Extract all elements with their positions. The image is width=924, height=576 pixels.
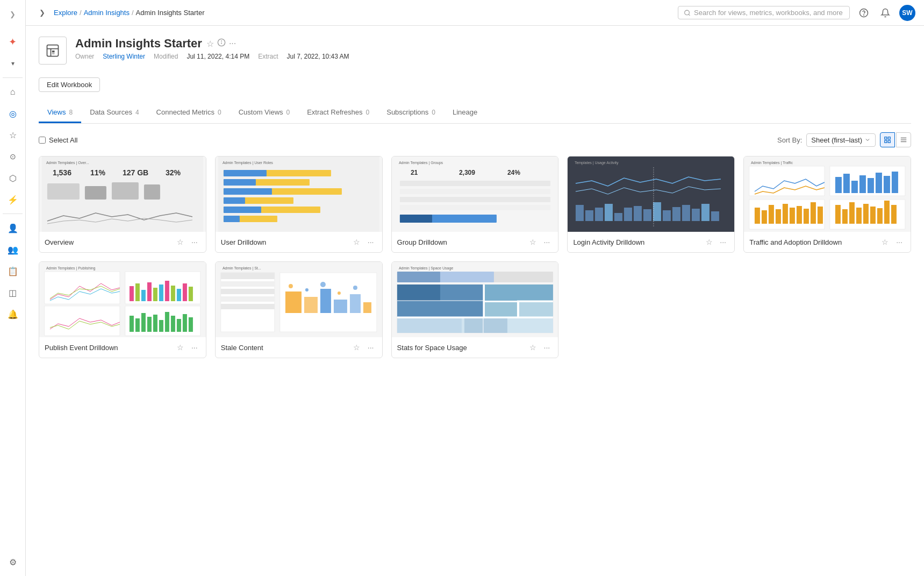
view-card-traffic-adoption[interactable]: Admin Templates | Traffic — [743, 156, 911, 253]
info-icon[interactable] — [217, 38, 226, 49]
view-more-icon-publish-event[interactable]: ··· — [189, 342, 200, 353]
site-selector-icon[interactable]: ▾ — [3, 54, 23, 73]
view-more-icon-traffic-adoption[interactable]: ··· — [893, 236, 905, 248]
home-icon[interactable]: ⌂ — [3, 82, 23, 102]
svg-rect-46 — [399, 189, 550, 194]
help-icon[interactable] — [856, 5, 871, 20]
svg-rect-128 — [183, 314, 187, 332]
svg-point-0 — [685, 10, 690, 15]
svg-rect-76 — [859, 175, 866, 193]
svg-rect-90 — [811, 202, 816, 224]
tab-lineage[interactable]: Lineage — [444, 103, 486, 123]
view-more-icon-overview[interactable]: ··· — [189, 236, 200, 248]
svg-rect-66 — [701, 204, 710, 221]
view-card-group-drilldown[interactable]: Admin Templates | Groups 21 2,309 24% — [391, 156, 559, 253]
tab-extract-refreshes[interactable]: Extract Refreshes 0 — [298, 103, 378, 123]
svg-rect-95 — [849, 202, 855, 224]
svg-point-145 — [289, 284, 293, 288]
sort-dropdown[interactable]: Sheet (first–last) — [806, 133, 876, 147]
view-favorite-icon-publish-event[interactable]: ☆ — [175, 342, 187, 353]
view-card-footer-overview: Overview ☆ ··· — [39, 232, 206, 252]
search-box[interactable] — [678, 6, 850, 19]
svg-text:Admin Templates | Groups: Admin Templates | Groups — [398, 161, 443, 165]
svg-point-147 — [320, 282, 326, 287]
explore-icon[interactable]: ◎ — [3, 104, 23, 123]
view-favorite-icon-login-activity[interactable]: ☆ — [703, 236, 715, 248]
select-all-checkbox[interactable] — [39, 137, 46, 144]
collections-icon[interactable]: ⬡ — [3, 168, 23, 188]
expand-nav-icon[interactable]: ❯ — [34, 5, 49, 20]
breadcrumb-explore[interactable]: Explore — [54, 9, 77, 17]
view-card-stale-content[interactable]: Admin Templates | St... — [215, 261, 383, 358]
jobs-icon[interactable]: 📋 — [3, 261, 23, 281]
collapse-sidebar-icon[interactable]: ❯ — [3, 4, 23, 24]
svg-rect-10 — [888, 137, 890, 139]
view-more-icon-space-usage[interactable]: ··· — [541, 342, 553, 353]
svg-rect-141 — [320, 289, 331, 313]
view-more-icon-user-drilldown[interactable]: ··· — [365, 236, 377, 248]
view-favorite-icon-space-usage[interactable]: ☆ — [527, 342, 539, 353]
groups-icon[interactable]: 👥 — [3, 240, 23, 259]
notifications-bell-icon[interactable] — [878, 5, 893, 20]
view-card-login-activity[interactable]: Templates | Usage Activity — [567, 156, 735, 253]
view-favorite-icon-user-drilldown[interactable]: ☆ — [351, 236, 363, 248]
view-card-overview[interactable]: Admin Templates | Over... 1,536 11% 127 … — [39, 156, 206, 253]
tab-custom-views[interactable]: Custom Views 0 — [230, 103, 299, 123]
svg-text:2,309: 2,309 — [459, 169, 475, 176]
view-thumbnail-publish-event: Admin Templates | Publishing — [39, 262, 206, 337]
breadcrumb-admin-insights[interactable]: Admin Insights — [84, 9, 130, 17]
favorite-star-icon[interactable]: ☆ — [206, 39, 214, 49]
app-logo: ✦ — [3, 32, 23, 52]
edit-workbook-button[interactable]: Edit Workbook — [39, 77, 100, 92]
svg-rect-91 — [818, 207, 823, 224]
svg-rect-36 — [224, 188, 272, 195]
view-card-publish-event[interactable]: Admin Templates | Publishing — [39, 261, 206, 358]
settings-icon[interactable]: ⚙ — [3, 552, 23, 572]
svg-rect-93 — [835, 205, 841, 224]
view-favorite-icon-group-drilldown[interactable]: ☆ — [527, 236, 539, 248]
tab-views[interactable]: Views 8 — [39, 103, 81, 123]
view-thumbnail-login-activity: Templates | Usage Activity — [568, 157, 734, 232]
svg-rect-137 — [221, 304, 275, 309]
svg-rect-22 — [47, 183, 80, 200]
more-options-icon[interactable]: ··· — [229, 39, 236, 48]
owner-value[interactable]: Sterling Winter — [103, 53, 145, 60]
svg-rect-144 — [363, 302, 371, 313]
view-card-space-usage[interactable]: Admin Templates | Space Usage — [391, 261, 559, 358]
svg-rect-110 — [153, 288, 157, 301]
tab-connected-metrics[interactable]: Connected Metrics 0 — [148, 103, 230, 123]
view-card-actions-group-drilldown: ☆ ··· — [527, 236, 553, 248]
tab-views-count: 8 — [69, 109, 73, 116]
pulse-icon[interactable]: ⚡ — [3, 190, 23, 209]
view-more-icon-group-drilldown[interactable]: ··· — [541, 236, 553, 248]
view-thumbnail-group-drilldown: Admin Templates | Groups 21 2,309 24% — [392, 157, 558, 232]
workbook-meta: Owner Sterling Winter Modified Jul 11, 2… — [75, 53, 911, 60]
users-icon[interactable]: 👤 — [3, 218, 23, 238]
search-icon — [684, 9, 691, 17]
avatar[interactable]: SW — [899, 5, 915, 21]
view-favorite-icon-overview[interactable]: ☆ — [175, 236, 187, 248]
sites-icon[interactable]: ◫ — [3, 283, 23, 302]
tab-data-sources[interactable]: Data Sources 4 — [81, 103, 147, 123]
svg-rect-112 — [165, 281, 169, 301]
view-favorite-icon-traffic-adoption[interactable]: ☆ — [879, 236, 891, 248]
view-more-icon-login-activity[interactable]: ··· — [717, 236, 729, 248]
svg-point-149 — [353, 286, 357, 290]
search-input[interactable] — [694, 9, 844, 17]
view-favorite-icon-stale-content[interactable]: ☆ — [351, 342, 363, 353]
recents-icon[interactable]: ⊙ — [3, 147, 23, 166]
tab-subscriptions[interactable]: Subscriptions 0 — [378, 103, 444, 123]
view-card-user-drilldown[interactable]: Admin Templates | User Roles — [215, 156, 383, 253]
list-view-button[interactable] — [896, 132, 911, 147]
notifications-icon[interactable]: 🔔 — [3, 304, 23, 324]
select-all-checkbox-label[interactable]: Select All — [39, 136, 77, 144]
svg-rect-106 — [130, 286, 134, 301]
svg-rect-127 — [177, 319, 181, 332]
grid-view-button[interactable] — [880, 132, 895, 147]
svg-text:24%: 24% — [507, 169, 520, 176]
view-more-icon-stale-content[interactable]: ··· — [365, 342, 377, 353]
tab-subscriptions-label: Subscriptions — [386, 108, 428, 116]
svg-rect-12 — [888, 140, 890, 143]
view-card-actions-login-activity: ☆ ··· — [703, 236, 729, 248]
favorites-icon[interactable]: ☆ — [3, 125, 23, 145]
